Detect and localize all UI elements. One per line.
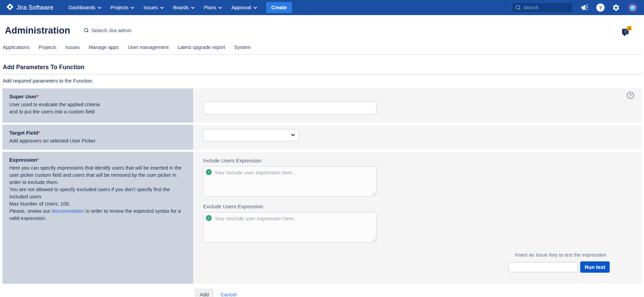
chevron-down-icon (131, 5, 134, 9)
admin-search-input[interactable] (92, 28, 167, 33)
notifications-icon[interactable]: 1 (622, 27, 631, 36)
description-line: Max Number of Users: 100. (9, 200, 186, 208)
top-nav: Jira Software Dashboards Projects Issues… (0, 0, 644, 15)
tab-user-management[interactable]: User management (128, 45, 168, 50)
include-users-label: Include Users Expression (203, 158, 642, 163)
create-button[interactable]: Create (266, 2, 292, 13)
nav-menus: Dashboards Projects Issues Boards Plans … (69, 5, 256, 10)
target-field-input-area (193, 125, 642, 150)
super-user-label: Super User* (9, 94, 186, 99)
nav-menu-label: Plans (204, 5, 216, 10)
target-field-description: Add approvers on selected User Picker (9, 137, 186, 145)
super-user-input-area (193, 88, 642, 123)
description-line: You are not allowed to specify excluded … (9, 186, 186, 200)
brand-name: Jira Software (16, 4, 54, 11)
chevron-down-icon (219, 5, 222, 9)
nav-menu-dashboards[interactable]: Dashboards (69, 5, 100, 10)
tab-system[interactable]: System (234, 45, 250, 50)
target-field-select-wrap (203, 129, 299, 141)
target-field-label: Target Field* (9, 130, 186, 136)
jira-logo[interactable]: Jira Software (6, 3, 54, 12)
form-row-target-field: Target Field* Add approvers on selected … (2, 125, 642, 150)
admin-header: Administration 1 (5, 22, 639, 39)
nav-menu-label: Boards (173, 5, 189, 10)
super-user-description: User used to evaluate the applied criter… (9, 101, 186, 115)
add-parameters-form: Super User* User used to evaluate the ap… (2, 88, 642, 284)
gear-icon[interactable] (612, 4, 620, 12)
add-button[interactable]: Add (195, 289, 214, 297)
section-description: Add required parameters to the Function. (3, 78, 641, 84)
admin-search-box[interactable] (84, 28, 167, 33)
tab-applications[interactable]: Applications (3, 45, 30, 50)
question-circle-icon[interactable] (627, 92, 634, 99)
expression-editors: Include Users Expression Exclude Users E… (193, 152, 642, 281)
tab-projects[interactable]: Projects (38, 45, 56, 50)
notification-badge: 1 (627, 26, 632, 30)
jira-diamond-icon (6, 3, 14, 12)
description-text: Please, review our (9, 208, 51, 214)
nav-right-group (512, 2, 638, 13)
admin-tabs: Applications Projects Issues Manage apps… (3, 45, 641, 55)
nav-menu-label: Projects (110, 5, 128, 10)
cancel-link[interactable]: Cancel (221, 292, 237, 297)
nav-search-box[interactable] (512, 2, 573, 13)
include-users-wrap (203, 166, 376, 197)
megaphone-icon[interactable] (581, 3, 589, 12)
exclude-users-wrap (203, 212, 376, 243)
include-users-textarea[interactable] (203, 166, 376, 197)
chevron-down-icon (98, 5, 101, 9)
chevron-down-icon (191, 5, 195, 9)
field-label-text: Expression (9, 157, 37, 163)
description-line: Here you can specify expressions that id… (9, 164, 186, 186)
form-row-super-user: Super User* User used to evaluate the ap… (2, 88, 642, 123)
nav-menu-issues[interactable]: Issues (143, 5, 163, 10)
description-line: Add approvers on selected User Picker (9, 137, 186, 145)
page-title: Administration (5, 25, 70, 36)
help-icon[interactable] (596, 3, 605, 12)
documentation-link[interactable]: documentation (51, 208, 84, 214)
field-label-text: Super User (9, 94, 37, 99)
field-label-text: Target Field (9, 130, 38, 136)
nav-menu-boards[interactable]: Boards (173, 5, 194, 10)
target-field-label-panel: Target Field* Add approvers on selected … (2, 125, 193, 150)
tab-issues[interactable]: Issues (66, 45, 80, 50)
search-icon (84, 28, 89, 33)
nav-menu-label: Dashboards (69, 5, 95, 10)
nav-menu-plans[interactable]: Plans (204, 5, 221, 10)
section-heading: Add Parameters To Function (3, 64, 641, 74)
avatar[interactable] (628, 2, 638, 13)
form-row-expression: Expression* Here you can specify express… (2, 152, 642, 284)
expression-input-area: Include Users Expression Exclude Users E… (193, 152, 642, 284)
nav-menu-approval[interactable]: Approval (231, 5, 256, 10)
super-user-input[interactable] (203, 102, 376, 114)
description-line: and to put the users into a custom field (9, 108, 186, 115)
tab-manage-apps[interactable]: Manage apps (89, 45, 119, 50)
super-user-label-panel: Super User* User used to evaluate the ap… (2, 88, 193, 123)
exclude-users-label: Exclude Users Expression (203, 203, 642, 209)
issue-key-hint: Insert an Issue Key to test the expressi… (203, 252, 606, 258)
required-asterisk: * (37, 157, 39, 163)
chevron-down-icon (254, 5, 257, 9)
required-asterisk: * (38, 130, 40, 136)
required-asterisk: * (37, 94, 39, 99)
nav-search-input[interactable] (523, 5, 569, 10)
nav-menu-label: Issues (143, 5, 158, 10)
expression-test-block: Insert an Issue Key to test the expressi… (203, 252, 642, 273)
description-line: User used to evaluate the applied criter… (9, 101, 186, 108)
expression-label: Expression* (9, 157, 186, 163)
target-field-select[interactable] (203, 129, 299, 141)
search-icon (516, 5, 520, 10)
form-actions: Add Cancel (195, 289, 644, 297)
issue-key-input[interactable] (508, 262, 578, 272)
tab-latest-upgrade-report[interactable]: Latest upgrade report (178, 45, 225, 50)
description-line: Please, review our documentation in orde… (9, 208, 186, 222)
chevron-down-icon (160, 5, 164, 9)
nav-menu-projects[interactable]: Projects (110, 5, 133, 10)
nav-menu-label: Approval (231, 5, 251, 10)
expression-label-panel: Expression* Here you can specify express… (2, 152, 193, 284)
exclude-users-textarea[interactable] (203, 212, 376, 243)
issue-key-row: Run test (203, 261, 610, 273)
expression-description: Here you can specify expressions that id… (9, 164, 186, 222)
run-test-button[interactable]: Run test (580, 261, 610, 273)
